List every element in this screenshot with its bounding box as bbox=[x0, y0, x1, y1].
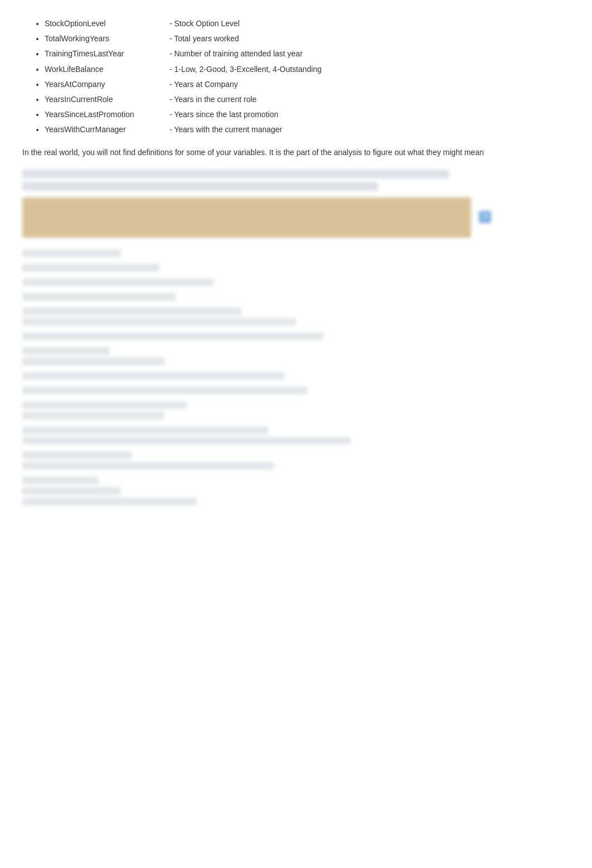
variable-key: StockOptionLevel bbox=[45, 17, 167, 31]
blurred-line bbox=[22, 293, 176, 301]
intro-paragraph: In the real world, you will not find def… bbox=[22, 146, 570, 158]
variable-value: - Years at Company bbox=[169, 80, 238, 89]
blurred-line bbox=[22, 437, 351, 445]
list-item: YearsSinceLastPromotion - Years since th… bbox=[45, 108, 570, 122]
blurred-line bbox=[22, 412, 164, 419]
blurred-line bbox=[22, 426, 269, 434]
blurred-line bbox=[22, 318, 296, 326]
list-item: YearsInCurrentRole - Years in the curren… bbox=[45, 93, 570, 107]
blurred-line bbox=[22, 358, 164, 365]
variable-value: - Years in the current role bbox=[169, 95, 256, 104]
blurred-line bbox=[22, 451, 132, 459]
variable-key: TotalWorkingYears bbox=[45, 32, 167, 46]
variable-value: - Stock Option Level bbox=[169, 19, 240, 28]
blurred-section-title: 7 bbox=[22, 197, 471, 238]
list-item: WorkLifeBalance - 1-Low, 2-Good, 3-Excel… bbox=[45, 62, 570, 76]
section-badge: 7 bbox=[479, 211, 491, 223]
blurred-two-line-11 bbox=[22, 451, 570, 470]
blurred-line bbox=[22, 307, 241, 315]
blurred-line bbox=[22, 462, 274, 470]
blurred-paragraph-1 bbox=[22, 264, 570, 272]
list-item: TotalWorkingYears - Total years worked bbox=[45, 32, 570, 46]
blurred-two-line-4 bbox=[22, 307, 570, 326]
blurred-intro-lines bbox=[22, 170, 570, 191]
list-item: YearsWithCurrManager - Years with the cu… bbox=[45, 123, 570, 137]
variable-value: - 1-Low, 2-Good, 3-Excellent, 4-Outstand… bbox=[169, 65, 322, 74]
blurred-line bbox=[22, 182, 378, 191]
variable-value: - Number of training attended last year bbox=[169, 49, 303, 58]
blurred-line bbox=[22, 498, 197, 505]
variable-list: StockOptionLevel - Stock Option Level To… bbox=[22, 17, 570, 137]
blurred-line bbox=[22, 170, 449, 179]
variable-key: YearsInCurrentRole bbox=[45, 93, 167, 107]
variable-key: WorkLifeBalance bbox=[45, 62, 167, 76]
blurred-paragraph-7 bbox=[22, 372, 570, 380]
blurred-two-line-9 bbox=[22, 401, 570, 419]
list-item: StockOptionLevel - Stock Option Level bbox=[45, 17, 570, 31]
blurred-line bbox=[22, 249, 121, 257]
blurred-paragraph-8 bbox=[22, 387, 570, 394]
blurred-two-line-6 bbox=[22, 347, 570, 365]
blurred-line bbox=[22, 372, 285, 380]
variable-key: YearsSinceLastPromotion bbox=[45, 108, 167, 122]
blurred-paragraph-2 bbox=[22, 278, 570, 286]
blurred-line bbox=[22, 476, 99, 484]
blurred-line bbox=[22, 487, 121, 495]
blurred-subtitle bbox=[22, 249, 570, 257]
blurred-line bbox=[22, 332, 323, 340]
variable-key: TrainingTimesLastYear bbox=[45, 47, 167, 61]
blurred-line bbox=[22, 387, 307, 394]
blurred-line bbox=[22, 347, 110, 355]
blurred-line bbox=[22, 278, 214, 286]
blurred-line bbox=[22, 401, 187, 409]
list-item: TrainingTimesLastYear - Number of traini… bbox=[45, 47, 570, 61]
blurred-two-line-10 bbox=[22, 426, 570, 445]
variable-key: YearsAtCompany bbox=[45, 78, 167, 91]
list-item: YearsAtCompany - Years at Company bbox=[45, 78, 570, 91]
variable-value: - Total years worked bbox=[169, 34, 239, 43]
variable-key: YearsWithCurrManager bbox=[45, 123, 167, 137]
blurred-paragraph-3 bbox=[22, 293, 570, 301]
variable-value: - Years with the current manager bbox=[169, 125, 282, 134]
blurred-line bbox=[22, 264, 159, 272]
blurred-heading-block: 7 bbox=[22, 197, 570, 242]
blurred-paragraph-5 bbox=[22, 332, 570, 340]
blurred-content-section: 7 bbox=[22, 170, 570, 505]
variable-value: - Years since the last promotion bbox=[169, 110, 278, 119]
blurred-three-line-12 bbox=[22, 476, 570, 505]
